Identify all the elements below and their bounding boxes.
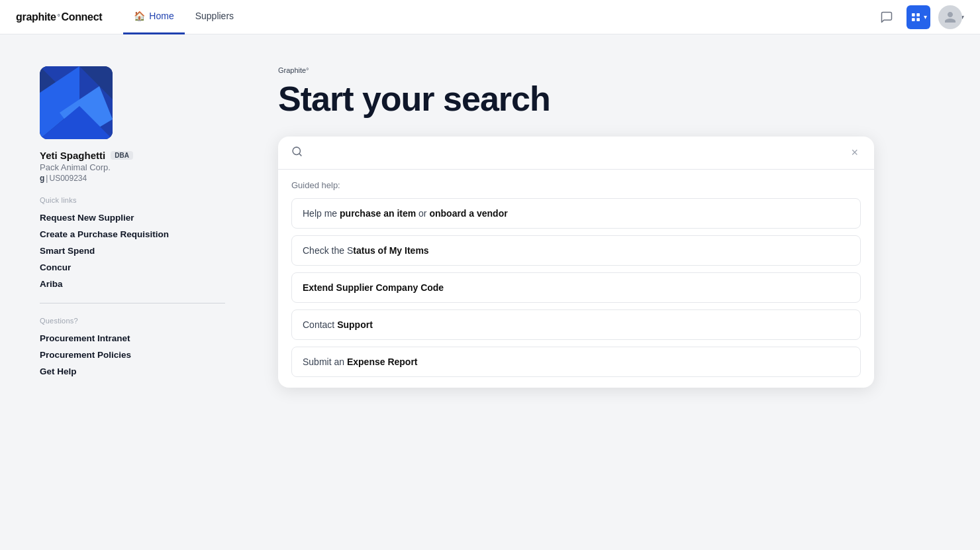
svg-rect-2 <box>912 18 915 21</box>
apps-chevron-icon: ▾ <box>924 13 927 21</box>
search-brand-superscript: ° <box>306 67 309 74</box>
brand-dot: ° <box>58 13 60 21</box>
svg-rect-0 <box>912 13 915 17</box>
apps-button[interactable]: ▾ <box>906 5 930 29</box>
navbar-right: ▾ ▾ <box>875 5 964 29</box>
guided-item-purchase-prefix: Help me <box>303 208 340 219</box>
search-input-row: × <box>278 137 874 170</box>
guided-item-purchase[interactable]: Help me purchase an item or onboard a ve… <box>291 198 861 229</box>
guided-item-purchase-bold2: onboard a vendor <box>429 208 507 219</box>
guided-item-extend-supplier-bold: Extend Supplier Company Code <box>303 282 444 293</box>
svg-rect-1 <box>916 13 920 17</box>
nav-suppliers[interactable]: Suppliers <box>185 0 244 34</box>
svg-rect-3 <box>916 18 920 21</box>
guided-item-contact-support[interactable]: Contact Support <box>291 309 861 340</box>
company-id-value: US009234 <box>49 174 87 183</box>
brand-name-graphite: graphite <box>16 11 56 23</box>
company-subtitle: Pack Animal Corp. <box>40 162 225 172</box>
navbar: graphite°Connect 🏠 Home Suppliers ▾ <box>0 0 980 34</box>
search-area: Graphite° Start your search × Guided hel… <box>278 66 874 388</box>
questions-label: Questions? <box>40 317 225 325</box>
guided-item-status-prefix: Check the S <box>303 245 353 256</box>
brand-name-connect: Connect <box>61 11 102 23</box>
company-name-text: Yeti Spaghetti <box>40 150 105 161</box>
sidebar-link-procurement-intranet[interactable]: Procurement Intranet <box>40 330 225 347</box>
guided-help-section: Guided help: Help me purchase an item or… <box>278 170 874 388</box>
guided-item-expense-bold: Expense Report <box>347 357 418 367</box>
company-logo <box>40 66 113 139</box>
user-avatar[interactable] <box>938 5 962 29</box>
guided-item-contact-bold: Support <box>337 319 373 330</box>
guided-item-expense-report[interactable]: Submit an Expense Report <box>291 347 861 377</box>
search-clear-button[interactable]: × <box>848 146 861 158</box>
nav-home[interactable]: 🏠 Home <box>123 0 184 34</box>
company-name: Yeti Spaghetti DBA <box>40 150 225 161</box>
home-icon: 🏠 <box>134 11 145 21</box>
sidebar-link-create-purchase-requisition[interactable]: Create a Purchase Requisition <box>40 226 225 243</box>
search-heading-main: Start your search <box>278 80 874 118</box>
sidebar: Yeti Spaghetti DBA Pack Animal Corp. g |… <box>40 66 225 388</box>
main-content: Yeti Spaghetti DBA Pack Animal Corp. g |… <box>0 34 980 419</box>
guided-item-extend-supplier[interactable]: Extend Supplier Company Code <box>291 272 861 303</box>
search-icon <box>291 146 303 160</box>
home-label: Home <box>149 11 173 21</box>
sidebar-link-procurement-policies[interactable]: Procurement Policies <box>40 347 225 363</box>
guided-item-status[interactable]: Check the Status of My Items <box>291 235 861 266</box>
guided-help-label: Guided help: <box>291 180 861 190</box>
dba-badge: DBA <box>111 151 133 160</box>
suppliers-label: Suppliers <box>195 11 234 21</box>
search-input[interactable] <box>309 147 842 158</box>
chat-button[interactable] <box>875 5 899 29</box>
company-id-separator: | <box>46 174 48 183</box>
guided-item-expense-prefix: Submit an <box>303 357 347 367</box>
search-card: × Guided help: Help me purchase an item … <box>278 137 874 388</box>
sidebar-link-concur[interactable]: Concur <box>40 259 225 276</box>
svg-line-10 <box>299 154 301 156</box>
graphite-g-icon: g <box>40 174 44 183</box>
sidebar-link-ariba[interactable]: Ariba <box>40 276 225 292</box>
guided-item-purchase-bold1: purchase an item <box>340 208 416 219</box>
brand-logo[interactable]: graphite°Connect <box>16 11 102 23</box>
search-heading-label: Graphite° <box>278 66 874 79</box>
guided-item-purchase-middle: or <box>416 208 429 219</box>
sidebar-link-smart-spend[interactable]: Smart Spend <box>40 243 225 259</box>
guided-item-contact-prefix: Contact <box>303 319 337 330</box>
sidebar-link-request-new-supplier[interactable]: Request New Supplier <box>40 209 225 226</box>
search-brand-name: Graphite <box>278 66 306 74</box>
guided-item-status-bold: tatus of My Items <box>353 245 428 256</box>
nav-links: 🏠 Home Suppliers <box>123 0 875 34</box>
company-id: g | US009234 <box>40 174 225 183</box>
sidebar-link-get-help[interactable]: Get Help <box>40 363 225 380</box>
quick-links-label: Quick links <box>40 196 225 204</box>
sidebar-divider <box>40 303 225 303</box>
